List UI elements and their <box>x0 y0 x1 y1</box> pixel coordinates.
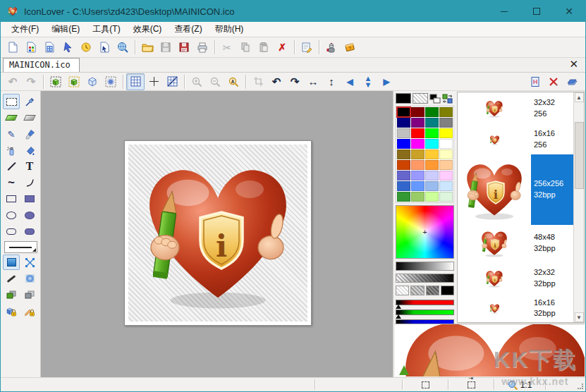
palette-swatch[interactable] <box>411 181 425 191</box>
palette-swatch[interactable] <box>411 128 425 138</box>
palette-swatch[interactable] <box>411 149 425 159</box>
palette-swatch[interactable] <box>425 181 439 191</box>
soft-selection-button[interactable] <box>102 73 120 90</box>
ellipse-tool[interactable] <box>3 207 20 223</box>
list-item[interactable]: 32x32256 <box>458 92 573 125</box>
palette-swatch[interactable] <box>425 128 439 138</box>
spray-tool[interactable] <box>3 142 20 158</box>
lock-3d-button[interactable] <box>3 303 20 319</box>
title-bar[interactable]: IconLover - C:\Users\zd423\Desktop\MAINI… <box>1 1 585 22</box>
menu-view[interactable]: 查看(Z) <box>168 22 208 37</box>
palette-swatch[interactable] <box>397 139 410 149</box>
palette-swatch[interactable] <box>425 139 439 149</box>
new-cursor-from-image-button[interactable] <box>95 39 114 56</box>
menu-edit[interactable]: 编辑(E) <box>45 22 86 37</box>
menu-file[interactable]: 文件(F) <box>5 22 45 37</box>
list-item-selected[interactable]: 256x25632bpp <box>458 154 573 225</box>
palette-swatch[interactable] <box>425 192 439 202</box>
zoom-in-button[interactable] <box>188 73 206 90</box>
palette-swatch[interactable] <box>397 149 410 159</box>
opacity-slider[interactable] <box>396 274 454 283</box>
brush-tool[interactable] <box>21 126 38 142</box>
edit-canvas[interactable] <box>41 91 393 377</box>
scatter-mode[interactable] <box>21 255 38 270</box>
scroll-up-icon[interactable]: ▲ <box>575 92 584 102</box>
rounded-rect-tool[interactable] <box>3 223 20 239</box>
filled-rectangle-tool[interactable] <box>21 191 38 207</box>
palette-swatch[interactable] <box>397 181 410 191</box>
wizard-button[interactable] <box>322 39 341 56</box>
brightness-marker[interactable] <box>396 263 401 270</box>
list-item[interactable]: 48x4832bpp <box>458 225 573 262</box>
open-button[interactable] <box>138 39 157 56</box>
alpha-preset-25[interactable] <box>396 286 409 295</box>
hsv-color-picker[interactable]: + <box>396 205 454 259</box>
delete-frame-button[interactable] <box>544 73 563 90</box>
palette-swatch[interactable] <box>411 107 425 117</box>
zoom-pane[interactable]: 1:1 <box>494 378 545 391</box>
delete-button[interactable]: ✗ <box>273 39 291 56</box>
palette-swatch[interactable] <box>425 171 439 180</box>
brightness-slider[interactable] <box>396 262 454 271</box>
shift-left-button[interactable]: ◀ <box>341 73 359 90</box>
text-tool[interactable]: T <box>21 159 38 174</box>
copy-button[interactable] <box>236 39 255 56</box>
flip-vertical-button[interactable]: ↕ <box>322 73 341 90</box>
alpha-preset-100[interactable] <box>441 286 454 295</box>
minimize-button[interactable]: ─ <box>488 1 520 22</box>
line-width-selector[interactable] <box>4 241 37 253</box>
frames-button[interactable] <box>526 73 544 90</box>
crop-button[interactable] <box>249 73 267 90</box>
red-slider-marker[interactable] <box>396 305 401 309</box>
palette-swatch[interactable] <box>411 160 425 170</box>
soft-brush-mode[interactable] <box>21 271 38 286</box>
maximize-button[interactable] <box>520 1 553 22</box>
palette-swatch[interactable] <box>439 118 453 128</box>
rotate-right-button[interactable]: ↷ <box>286 73 304 90</box>
wireframe-button[interactable] <box>83 73 102 90</box>
properties-button[interactable] <box>298 39 316 56</box>
draw-mode-button[interactable] <box>47 73 65 90</box>
opacity-marker[interactable] <box>448 275 453 282</box>
new-cursor-button[interactable] <box>59 39 77 56</box>
palette-swatch[interactable] <box>425 149 439 159</box>
search-icons-button[interactable] <box>114 39 132 56</box>
redo-button[interactable]: ↷ <box>22 73 40 90</box>
paste-button[interactable] <box>255 39 273 56</box>
palette-swatch[interactable] <box>439 128 453 138</box>
tab-close-button[interactable]: ✕ <box>566 58 581 72</box>
palette-swatch[interactable] <box>411 139 425 149</box>
palette-swatch[interactable] <box>439 107 453 117</box>
print-button[interactable] <box>193 39 212 56</box>
scroll-thumb[interactable] <box>575 122 584 189</box>
save-button[interactable] <box>157 39 175 56</box>
curve-tool[interactable]: ~ <box>3 175 20 190</box>
save-all-button[interactable] <box>175 39 193 56</box>
palette-swatch[interactable] <box>425 107 439 117</box>
eraser-tool[interactable] <box>3 110 20 125</box>
palette-swatch[interactable] <box>397 192 410 202</box>
arc-tool[interactable] <box>21 175 38 190</box>
palette-swatch[interactable] <box>411 118 425 128</box>
new-animated-cursor-button[interactable] <box>77 39 95 56</box>
menu-help[interactable]: 帮助(H) <box>209 22 250 37</box>
foreground-color-swatch[interactable] <box>396 93 411 104</box>
draw-mode2-button[interactable] <box>65 73 83 90</box>
color-picker-tool[interactable] <box>21 94 38 109</box>
document-tab[interactable]: MAINICON.ico <box>3 58 80 72</box>
menu-tools[interactable]: 工具(T) <box>86 22 126 37</box>
palette-swatch[interactable] <box>439 192 453 202</box>
grid-toggle-button[interactable] <box>126 73 145 90</box>
palette-swatch[interactable] <box>439 160 453 170</box>
palette-swatch[interactable] <box>397 107 410 117</box>
new-library-button[interactable] <box>40 39 59 56</box>
list-item[interactable]: 16x1632bpp <box>458 295 573 322</box>
swap-colors-icon[interactable] <box>442 94 453 104</box>
cut-button[interactable]: ✂ <box>218 39 236 56</box>
palette-swatch[interactable] <box>397 128 410 138</box>
palette-swatch[interactable] <box>439 181 453 191</box>
palette-swatch[interactable] <box>439 171 453 180</box>
layers-button[interactable] <box>563 73 581 90</box>
palette-swatch[interactable] <box>397 160 410 170</box>
new-file-button[interactable] <box>4 39 22 56</box>
